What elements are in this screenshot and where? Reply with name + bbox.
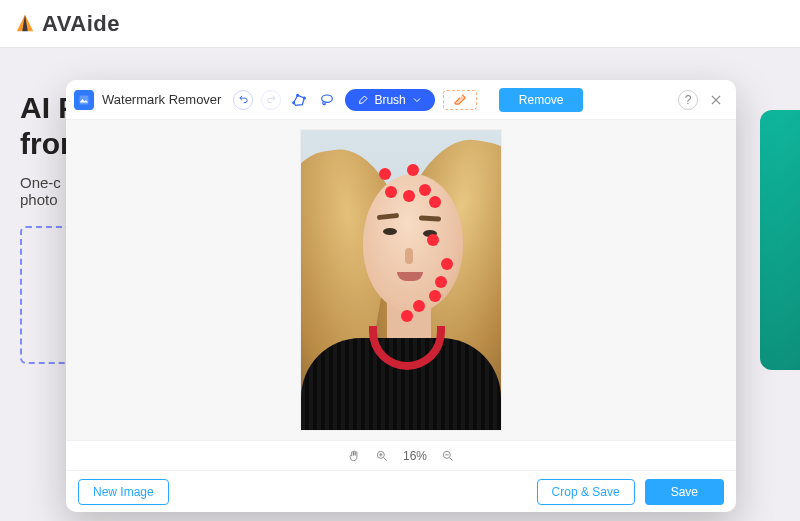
help-button[interactable]: ? — [678, 90, 698, 110]
svg-point-2 — [297, 94, 299, 96]
brush-marker — [429, 290, 441, 302]
brush-marker — [427, 234, 439, 246]
close-icon — [709, 93, 723, 107]
brush-marker — [429, 196, 441, 208]
brush-marker — [379, 168, 391, 180]
app-badge-icon — [74, 90, 94, 110]
canvas-area[interactable] — [66, 120, 736, 440]
logo-mark-icon — [14, 13, 36, 35]
zoom-level-text: 16% — [403, 449, 427, 463]
save-button[interactable]: Save — [645, 479, 724, 505]
brush-marker — [435, 276, 447, 288]
modal-footer: New Image Crop & Save Save — [66, 470, 736, 512]
undo-button[interactable] — [233, 90, 253, 110]
polygon-tool-button[interactable] — [289, 90, 309, 110]
editor-toolbar: Watermark Remover Brush Remove — [66, 80, 736, 120]
edited-image[interactable] — [301, 130, 501, 430]
svg-rect-0 — [80, 95, 89, 104]
brand-logo[interactable]: AVAide — [14, 11, 120, 37]
brush-marker — [403, 190, 415, 202]
svg-point-1 — [293, 101, 295, 103]
brush-marker — [385, 186, 397, 198]
eraser-icon — [452, 93, 468, 107]
brush-marker — [419, 184, 431, 196]
hero-sub-line2: photo — [20, 191, 58, 208]
chevron-down-icon — [411, 94, 423, 106]
new-image-button[interactable]: New Image — [78, 479, 169, 505]
zoom-bar: 16% — [66, 440, 736, 470]
close-button[interactable] — [706, 90, 726, 110]
side-illustration — [760, 110, 800, 370]
eraser-tool-button[interactable] — [443, 90, 477, 110]
brush-label: Brush — [374, 93, 405, 107]
brush-marker — [407, 164, 419, 176]
lasso-tool-button[interactable] — [317, 90, 337, 110]
brush-marker — [401, 310, 413, 322]
brush-icon — [357, 94, 369, 106]
modal-title: Watermark Remover — [102, 92, 221, 107]
zoom-in-button[interactable] — [375, 449, 389, 463]
zoom-out-button[interactable] — [441, 449, 455, 463]
site-header: AVAide — [0, 0, 800, 48]
pan-hand-button[interactable] — [347, 449, 361, 463]
crop-and-save-button[interactable]: Crop & Save — [537, 479, 635, 505]
brand-logo-text: AVAide — [42, 11, 120, 37]
brush-marker — [441, 258, 453, 270]
brush-tool-button[interactable]: Brush — [345, 89, 434, 111]
svg-point-3 — [304, 97, 306, 99]
redo-button[interactable] — [261, 90, 281, 110]
hero-sub-line1: One-c — [20, 174, 61, 191]
remove-button[interactable]: Remove — [499, 88, 584, 112]
brush-marker — [413, 300, 425, 312]
watermark-remover-modal: Watermark Remover Brush Remove — [66, 80, 736, 512]
